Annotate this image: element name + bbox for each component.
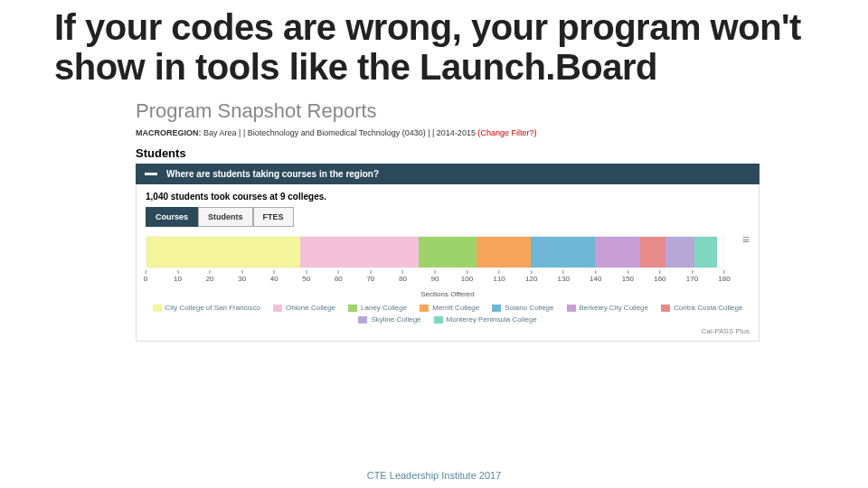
- bar-segment: [640, 237, 665, 267]
- legend-item: Berkeley City College: [567, 304, 648, 312]
- tick: 70: [366, 270, 374, 283]
- slide-footer: CTE Leadership Institute 2017: [0, 470, 868, 481]
- tab-students[interactable]: Students: [198, 207, 253, 227]
- panel-body: 1,040 students took courses at 9 college…: [136, 184, 760, 342]
- change-filter-link[interactable]: (Change Filter?): [477, 128, 536, 137]
- legend-swatch: [153, 305, 162, 312]
- legend-item: Contra Costa College: [661, 304, 742, 312]
- tick: 20: [206, 270, 214, 283]
- legend-swatch: [434, 316, 443, 324]
- tabs: Courses Students FTES: [146, 207, 750, 227]
- legend: City College of San FranciscoOhlone Coll…: [146, 304, 750, 324]
- snapshot-panel: Program Snapshot Reports MACROREGION: Ba…: [136, 99, 760, 342]
- legend-label: Contra Costa College: [674, 304, 742, 312]
- tick: 110: [493, 270, 505, 283]
- legend-item: Laney College: [348, 304, 407, 312]
- x-axis: 0102030405060708090100110120130140150160…: [146, 270, 724, 288]
- slide-title: If your codes are wrong, your program wo…: [54, 7, 814, 87]
- bar-segment: [531, 237, 595, 267]
- legend-swatch: [567, 305, 576, 312]
- tick: 60: [335, 270, 343, 283]
- legend-swatch: [348, 305, 357, 312]
- chart: ≡ 01020304050607080901001101201301401501…: [146, 236, 750, 324]
- tick: 10: [174, 270, 182, 283]
- tick: 30: [238, 270, 246, 283]
- tick: 180: [718, 270, 730, 283]
- filter-value: Bay Area | | Biotechnology and Biomedica…: [203, 128, 476, 137]
- legend-item: Skyline College: [358, 315, 420, 324]
- students-heading: Students: [136, 146, 760, 160]
- bar-segment: [419, 237, 476, 267]
- credit: Cal-PASS Plus: [146, 327, 750, 335]
- tick: 130: [558, 270, 570, 283]
- tick: 80: [399, 270, 407, 283]
- snapshot-title: Program Snapshot Reports: [136, 99, 760, 123]
- bar-segment: [146, 237, 300, 267]
- tick: 50: [302, 270, 310, 283]
- tick: 100: [461, 270, 473, 283]
- legend-item: City College of San Francisco: [153, 304, 260, 312]
- legend-item: Merritt College: [420, 304, 479, 312]
- legend-swatch: [661, 305, 670, 312]
- question-bar[interactable]: Where are students taking courses in the…: [136, 164, 760, 184]
- x-axis-label: Sections Offered: [146, 290, 750, 298]
- legend-swatch: [492, 305, 501, 312]
- legend-swatch: [358, 316, 367, 324]
- filter-label: MACROREGION:: [136, 128, 202, 137]
- legend-label: Berkeley City College: [580, 304, 648, 312]
- bar-segment: [476, 237, 531, 267]
- tick: 170: [686, 270, 698, 283]
- legend-label: Skyline College: [371, 315, 420, 324]
- tab-courses[interactable]: Courses: [146, 207, 198, 227]
- hamburger-icon[interactable]: ≡: [742, 232, 750, 247]
- legend-item: Solano College: [492, 304, 553, 312]
- summary-text: 1,040 students took courses at 9 college…: [146, 192, 750, 202]
- legend-label: Solano College: [505, 304, 553, 312]
- tick: 140: [590, 270, 601, 283]
- tick: 0: [144, 270, 147, 283]
- tick: 160: [654, 270, 665, 283]
- legend-label: Ohlone College: [286, 304, 335, 312]
- tick: 90: [431, 270, 439, 283]
- bar-segment: [595, 237, 640, 267]
- legend-label: Merritt College: [432, 304, 479, 312]
- tick: 120: [525, 270, 537, 283]
- question-text: Where are students taking courses in the…: [166, 169, 379, 179]
- bar-segment: [665, 237, 694, 267]
- legend-item: Monterey Peninsula College: [434, 315, 537, 324]
- tab-ftes[interactable]: FTES: [253, 207, 294, 227]
- tick: 150: [622, 270, 634, 283]
- bar-segment: [300, 237, 419, 267]
- legend-label: Laney College: [361, 304, 407, 312]
- legend-label: City College of San Francisco: [165, 304, 260, 312]
- collapse-icon[interactable]: [145, 173, 157, 175]
- filter-line: MACROREGION: Bay Area | | Biotechnology …: [136, 128, 760, 137]
- legend-label: Monterey Peninsula College: [447, 315, 537, 324]
- legend-swatch: [273, 305, 282, 312]
- bar-segment: [694, 237, 717, 267]
- stacked-bar: [146, 236, 724, 268]
- legend-swatch: [420, 305, 429, 312]
- legend-item: Ohlone College: [273, 304, 335, 312]
- tick: 40: [270, 270, 278, 283]
